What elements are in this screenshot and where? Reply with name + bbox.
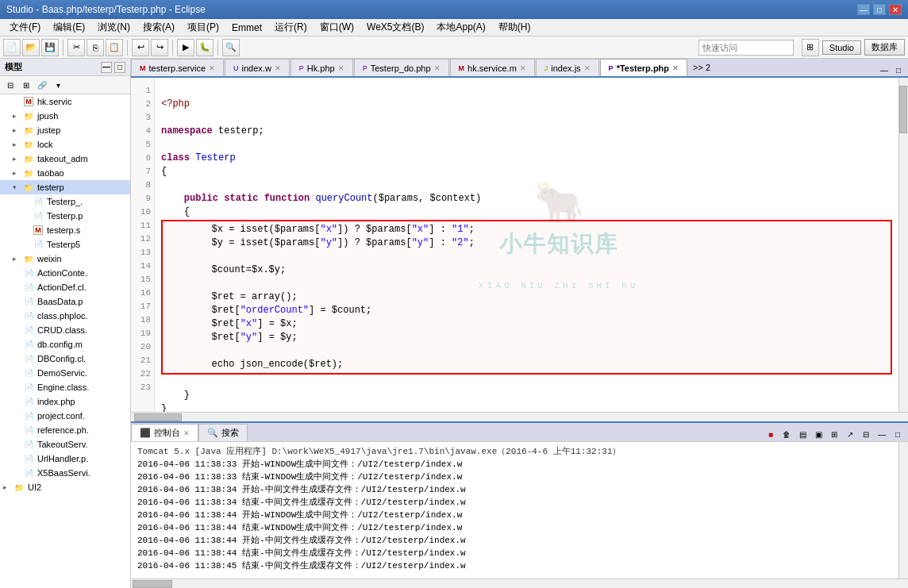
tree-item-21[interactable]: 📄index.php xyxy=(0,394,130,409)
menu-help[interactable]: 帮助(H) xyxy=(492,19,537,36)
console-tab-close[interactable]: ✕ xyxy=(183,429,190,437)
tab-hk-service[interactable]: M hk.service.m ✕ xyxy=(450,59,535,76)
sidebar-tb-link-button[interactable]: 🔗 xyxy=(35,78,49,92)
tab-close-testerp-php[interactable]: ✕ xyxy=(672,64,679,72)
code-content[interactable]: <?php namespace testerp; class Testerp {… xyxy=(155,78,898,412)
tb-run-button[interactable]: ▶ xyxy=(177,39,194,56)
tree-item-14[interactable]: 📄BaasData.p xyxy=(0,294,130,309)
tree-item-18[interactable]: 📄DBConfig.cl. xyxy=(0,352,130,366)
tab-close-testerp-do[interactable]: ✕ xyxy=(434,64,441,72)
tb-perspective-button[interactable]: ⊞ xyxy=(802,39,819,56)
bottom-hscrollbar[interactable] xyxy=(131,578,908,588)
tab-testerp-do[interactable]: P Testerp_do.php ✕ xyxy=(354,59,449,76)
tree-item-5[interactable]: ▸📁taobao xyxy=(0,166,130,180)
menu-window[interactable]: 窗口(W) xyxy=(314,19,360,36)
tb-copy-button[interactable]: ⎘ xyxy=(87,39,104,56)
tree-item-13[interactable]: 📄ActionDef.cl. xyxy=(0,280,130,294)
tab-index-w[interactable]: U index.w ✕ xyxy=(225,59,290,76)
tree-item-22[interactable]: 📄project.conf. xyxy=(0,409,130,423)
tab-close-index-w[interactable]: ✕ xyxy=(275,64,281,72)
tree-item-2[interactable]: ▸📁justep xyxy=(0,123,130,137)
bottom-tab-search[interactable]: 🔍 搜索 xyxy=(198,424,248,441)
console-tb-3[interactable]: ⊞ xyxy=(827,427,841,441)
tree-item-10[interactable]: 📄Testerp5 xyxy=(0,237,130,252)
bottom-tab-console[interactable]: ⬛ 控制台 ✕ xyxy=(131,424,198,441)
menu-emmet[interactable]: Emmet xyxy=(225,21,268,35)
tree-item-17[interactable]: 📄db.config.m xyxy=(0,337,130,352)
tree-item-20[interactable]: 📄Engine.class. xyxy=(0,380,130,394)
tree-item-4[interactable]: ▸📁takeout_adm xyxy=(0,152,130,166)
editor-hscrollbar[interactable] xyxy=(131,412,908,421)
tb-cut-button[interactable]: ✂ xyxy=(67,39,85,56)
tree-item-9[interactable]: Mtesterp.s xyxy=(0,223,130,237)
sidebar-maximize-button[interactable]: □ xyxy=(114,62,125,73)
console-vscrollbar[interactable] xyxy=(898,442,908,578)
console-tb-5[interactable]: ⊟ xyxy=(859,427,873,441)
console-tb-2[interactable]: ▣ xyxy=(811,427,825,441)
tab-overflow-button[interactable]: >> 2 xyxy=(688,63,715,72)
tab-hk-php[interactable]: P Hk.php ✕ xyxy=(290,59,353,76)
bottom-hscroll-thumb[interactable] xyxy=(133,580,172,588)
tab-ctrl-max[interactable]: □ xyxy=(892,63,905,76)
tree-item-12[interactable]: 📄ActionConte. xyxy=(0,266,130,280)
tab-close-testerp-service[interactable]: ✕ xyxy=(209,64,215,72)
tab-index-js[interactable]: J index.js ✕ xyxy=(536,59,599,76)
maximize-button[interactable]: □ xyxy=(873,4,886,15)
menu-wex5docs[interactable]: WeX5文档(B) xyxy=(360,19,430,36)
menu-localapp[interactable]: 本地App(A) xyxy=(430,19,491,36)
tree-item-23[interactable]: 📄reference.ph. xyxy=(0,423,130,437)
tree-item-1[interactable]: ▸📁jpush xyxy=(0,109,130,123)
console-stop-button[interactable]: ■ xyxy=(764,427,778,441)
menu-edit[interactable]: 编辑(E) xyxy=(47,19,91,36)
menu-browse[interactable]: 浏览(N) xyxy=(91,19,137,36)
menu-run[interactable]: 运行(R) xyxy=(268,19,314,36)
tree-item-8[interactable]: 📄Testerp.p xyxy=(0,209,130,223)
tree-item-0[interactable]: Mhk.servic xyxy=(0,94,130,109)
tb-save-button[interactable]: 💾 xyxy=(41,39,59,56)
tab-testerp-php[interactable]: P *Testerp.php ✕ xyxy=(600,59,687,76)
tab-close-hk-php[interactable]: ✕ xyxy=(338,64,344,72)
menu-search[interactable]: 搜索(A) xyxy=(137,19,181,36)
tree-item-27[interactable]: ▸📁UI2 xyxy=(0,480,130,494)
editor-scrollbar-thumb[interactable] xyxy=(899,86,907,133)
tree-item-11[interactable]: ▸📁weixin xyxy=(0,252,130,266)
console-tb-1[interactable]: ▤ xyxy=(795,427,810,441)
tree-item-25[interactable]: 📄UrlHandler.p. xyxy=(0,452,130,466)
db-button[interactable]: 数据库 xyxy=(864,39,905,56)
tb-debug-button[interactable]: 🐛 xyxy=(196,39,214,56)
console-tb-4[interactable]: ↗ xyxy=(843,427,857,441)
tb-redo-button[interactable]: ↪ xyxy=(151,39,168,56)
tree-item-6[interactable]: ▾📁testerp xyxy=(0,180,130,194)
tree-item-15[interactable]: 📄class.phploc. xyxy=(0,309,130,323)
close-button[interactable]: ✕ xyxy=(889,4,902,15)
tree-item-7[interactable]: 📄Testerp_. xyxy=(0,194,130,209)
tree-item-19[interactable]: 📄DemoServic. xyxy=(0,366,130,380)
minimize-button[interactable]: — xyxy=(857,4,870,15)
menu-file[interactable]: 文件(F) xyxy=(3,19,47,36)
menu-project[interactable]: 项目(P) xyxy=(181,19,225,36)
editor-scrollbar[interactable] xyxy=(898,78,908,412)
tree-item-3[interactable]: ▸📁lock xyxy=(0,137,130,152)
tree-item-16[interactable]: 📄CRUD.class. xyxy=(0,323,130,337)
tb-undo-button[interactable]: ↩ xyxy=(132,39,149,56)
tab-testerp-service[interactable]: M testerp.service ✕ xyxy=(131,59,224,76)
sidebar-minimize-button[interactable]: — xyxy=(101,62,112,73)
tab-ctrl-min[interactable]: — xyxy=(878,63,891,76)
sidebar-tb-menu-button[interactable]: ▾ xyxy=(51,78,65,92)
quick-access-input[interactable] xyxy=(698,40,794,56)
tree-item-24[interactable]: 📄TakeoutServ. xyxy=(0,437,130,452)
console-tb-6[interactable]: — xyxy=(875,427,889,441)
studio-button[interactable]: Studio xyxy=(822,40,861,55)
tb-paste-button[interactable]: 📋 xyxy=(106,39,123,56)
tab-close-hk-service[interactable]: ✕ xyxy=(520,64,526,72)
tab-close-index-js[interactable]: ✕ xyxy=(584,64,591,72)
console-clear-button[interactable]: 🗑 xyxy=(779,427,794,441)
tb-open-button[interactable]: 📂 xyxy=(22,39,40,56)
sidebar-tb-collapse-button[interactable]: ⊟ xyxy=(3,78,17,92)
sidebar-tb-expand-button[interactable]: ⊞ xyxy=(19,78,33,92)
console-tb-7[interactable]: □ xyxy=(891,427,905,441)
tb-new-button[interactable]: 📄 xyxy=(3,39,21,56)
editor-hscroll-thumb[interactable] xyxy=(134,413,182,421)
tree-item-26[interactable]: 📄X5BaasServi. xyxy=(0,466,130,480)
tb-search-button[interactable]: 🔍 xyxy=(222,39,240,56)
